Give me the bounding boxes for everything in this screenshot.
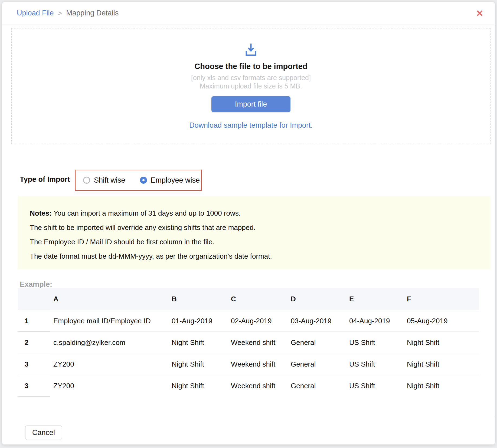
table-row: 1 Employee mail ID/Employee ID 01-Aug-20…: [18, 310, 479, 331]
table-cell: Night Shift: [172, 353, 204, 375]
table-cell: General: [291, 332, 316, 353]
example-label: Example:: [20, 280, 52, 289]
dialog-footer: Cancel: [2, 416, 495, 444]
notes-prefix: Notes:: [30, 209, 52, 217]
upload-dropzone[interactable]: Choose the file to be imported [only xls…: [11, 28, 491, 144]
breadcrumb-separator: >: [58, 9, 62, 17]
radio-shift-wise-label[interactable]: Shift wise: [94, 176, 125, 185]
radio-employee-wise[interactable]: [140, 177, 147, 184]
upload-hint-size: Maximum upload file size is 5 MB.: [191, 82, 311, 90]
table-cell: Night Shift: [172, 375, 204, 397]
note-line: The Employee ID / Mail ID should be firs…: [30, 235, 491, 249]
table-cell: Employee mail ID/Employee ID: [53, 310, 151, 332]
table-cell: Weekend shift: [231, 353, 275, 375]
import-mapping-dialog: Upload File > Mapping Details ✕ Choose t…: [2, 2, 495, 444]
column-header: A: [53, 288, 58, 310]
table-cell: US Shift: [349, 332, 375, 353]
table-row: 2 c.spalding@zylker.com Night Shift Week…: [18, 331, 479, 353]
breadcrumb-mapping-details: Mapping Details: [66, 9, 119, 17]
upload-hint-formats: [only xls and csv formats are supported]: [191, 74, 311, 82]
close-icon[interactable]: ✕: [474, 8, 486, 19]
table-cell: ZY200: [53, 375, 74, 397]
upload-hints: [only xls and csv formats are supported]…: [191, 74, 311, 90]
column-header: C: [231, 288, 236, 310]
table-row: 3 ZY200 Night Shift Weekend shift Genera…: [18, 375, 479, 396]
notes-panel: Notes: You can import a maximum of 31 da…: [18, 196, 491, 269]
row-number: 3: [18, 375, 35, 397]
note-line: Notes: You can import a maximum of 31 da…: [30, 206, 491, 220]
table-cell: Night Shift: [407, 332, 439, 353]
table-cell: Weekend shift: [231, 332, 275, 353]
row-number: 1: [18, 310, 35, 332]
radio-employee-wise-label[interactable]: Employee wise: [151, 176, 200, 185]
table-cell: 03-Aug-2019: [291, 310, 331, 332]
example-table: A B C D E F 1 Employee mail ID/Employee …: [18, 288, 479, 396]
table-cell: Weekend shift: [231, 375, 275, 397]
radio-shift-wise[interactable]: [83, 177, 90, 184]
note-line: The shift to be imported will override a…: [30, 220, 491, 235]
note-line: The date format must be dd-MMM-yyyy, as …: [30, 249, 491, 263]
table-cell: Night Shift: [407, 353, 439, 375]
table-row: 3 ZY200 Night Shift Weekend shift Genera…: [18, 353, 479, 375]
table-cell: Night Shift: [172, 332, 204, 353]
table-cell: c.spalding@zylker.com: [53, 332, 125, 353]
table-cell: 05-Aug-2019: [407, 310, 447, 332]
dialog-header: Upload File > Mapping Details: [2, 2, 495, 24]
upload-title: Choose the file to be imported: [194, 62, 307, 71]
column-header: F: [407, 288, 411, 310]
table-cell: US Shift: [349, 375, 375, 397]
column-header: B: [172, 288, 177, 310]
table-cell: General: [291, 353, 316, 375]
table-cell: General: [291, 375, 316, 397]
table-cell: Night Shift: [407, 375, 439, 397]
row-number: 3: [18, 353, 35, 375]
row-number: 2: [18, 332, 35, 353]
table-cell: 04-Aug-2019: [349, 310, 390, 332]
download-tray-icon: [243, 42, 259, 58]
type-of-import-radio-group: Shift wise Employee wise: [75, 170, 202, 191]
column-header: D: [291, 288, 296, 310]
cancel-button[interactable]: Cancel: [25, 426, 62, 440]
table-header-row: A B C D E F: [18, 288, 479, 310]
table-cell: 02-Aug-2019: [231, 310, 272, 332]
table-cell: US Shift: [349, 353, 375, 375]
column-header: E: [349, 288, 354, 310]
type-of-import-label: Type of Import: [20, 175, 70, 184]
table-cell: 01-Aug-2019: [172, 310, 212, 332]
table-cell: ZY200: [53, 353, 74, 375]
import-file-button[interactable]: Import file: [211, 96, 290, 112]
breadcrumb-upload-file[interactable]: Upload File: [17, 9, 54, 17]
download-sample-template-link[interactable]: Download sample template for Import.: [189, 121, 313, 130]
